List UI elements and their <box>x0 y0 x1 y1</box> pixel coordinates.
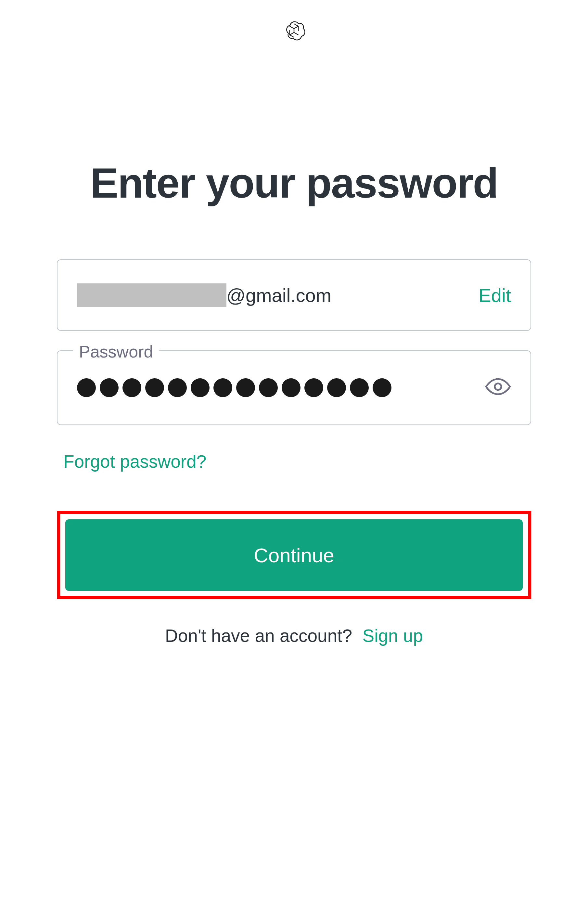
email-redacted-portion <box>77 283 226 307</box>
password-dot <box>282 378 300 397</box>
password-input[interactable] <box>57 350 531 425</box>
signup-prompt-row: Don't have an account? Sign up <box>165 625 423 646</box>
edit-email-button[interactable]: Edit <box>478 284 511 306</box>
page-title: Enter your password <box>90 159 498 207</box>
email-display-box: @gmail.com Edit <box>57 259 531 331</box>
password-dot <box>327 378 346 397</box>
password-dot <box>191 378 210 397</box>
password-dot <box>236 378 255 397</box>
password-dot <box>123 378 141 397</box>
forgot-password-link[interactable]: Forgot password? <box>63 451 206 472</box>
svg-point-0 <box>495 384 501 390</box>
password-dot <box>259 378 278 397</box>
continue-button-highlight: Continue <box>57 511 531 599</box>
password-dot <box>77 378 96 397</box>
password-dot <box>373 378 391 397</box>
signup-prompt-text: Don't have an account? <box>165 626 352 646</box>
continue-button[interactable]: Continue <box>65 519 523 591</box>
email-domain: @gmail.com <box>226 284 331 306</box>
openai-logo-icon <box>283 20 305 42</box>
password-masked-value <box>77 378 391 397</box>
signup-link[interactable]: Sign up <box>362 625 423 646</box>
password-dot <box>213 378 232 397</box>
password-field-label: Password <box>73 342 159 361</box>
password-dot <box>145 378 164 397</box>
password-dot <box>305 378 323 397</box>
show-password-icon[interactable] <box>485 378 511 397</box>
password-dot <box>100 378 119 397</box>
password-dot <box>350 378 369 397</box>
email-value: @gmail.com <box>77 283 331 307</box>
password-dot <box>168 378 187 397</box>
